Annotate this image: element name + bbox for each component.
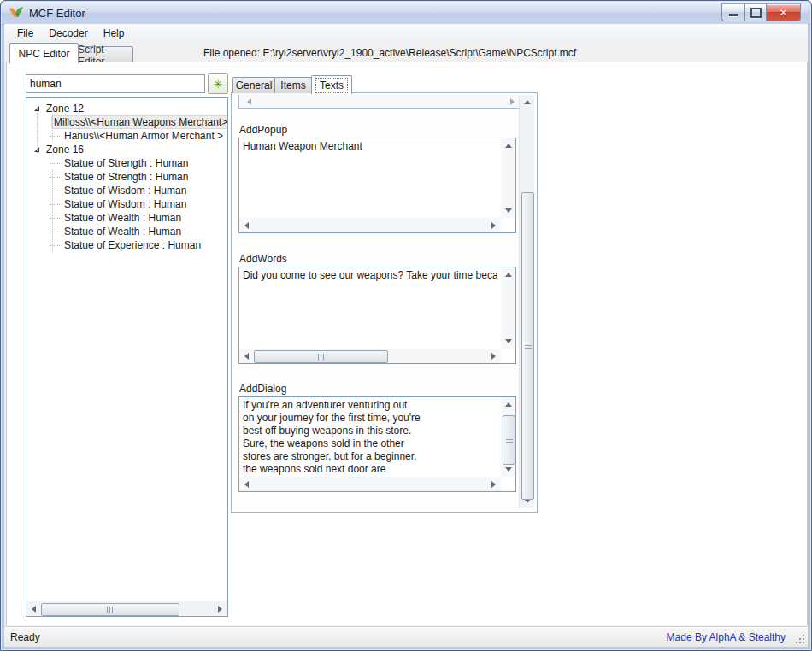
menu-help[interactable]: Help bbox=[96, 26, 132, 41]
adddialog-text[interactable]: If you're an adventurer venturing out on… bbox=[243, 399, 497, 475]
app-window: MCF Editor ✕ File Decoder Help NPC Edito… bbox=[0, 0, 812, 651]
tree-items: Zone 12 Milloss\\<Human Weapons Merchant… bbox=[26, 98, 227, 252]
grip-icon bbox=[525, 343, 532, 349]
find-icon: ✳ bbox=[214, 79, 223, 90]
scrollbar-thumb[interactable] bbox=[41, 603, 179, 616]
tree-connector bbox=[50, 155, 60, 164]
addwords-textbox[interactable]: Did you come to see our weapons? Take yo… bbox=[238, 267, 516, 364]
scrollbar-thumb[interactable] bbox=[254, 350, 388, 363]
npc-editor-page: ✳ Zone 12 Milloss\\<Human Weapons Mercha… bbox=[6, 62, 808, 625]
client-area: File Decoder Help NPC Editor Script Edit… bbox=[4, 24, 808, 647]
tree-item-zone12[interactable]: Zone 12 bbox=[26, 102, 227, 115]
status-text: Ready bbox=[10, 631, 40, 643]
tree-connector bbox=[50, 210, 60, 219]
scroll-left-icon[interactable] bbox=[241, 481, 249, 488]
addpopup-label: AddPopup bbox=[239, 124, 287, 136]
addpopup-vertical-scrollbar[interactable] bbox=[501, 138, 515, 218]
tree-connector bbox=[50, 196, 60, 205]
addwords-vertical-scrollbar[interactable] bbox=[501, 267, 515, 349]
scroll-up-icon[interactable] bbox=[505, 269, 512, 277]
tree-item-statue[interactable]: Statue of Strength : Human bbox=[26, 156, 227, 170]
tab-script-editor[interactable]: Script Editor bbox=[77, 46, 133, 63]
texts-panel: AddPopup Human Weapon Merchant AddWords … bbox=[231, 92, 538, 513]
panel-vertical-scrollbar[interactable] bbox=[519, 95, 534, 508]
npc-tree: Zone 12 Milloss\\<Human Weapons Merchant… bbox=[26, 97, 228, 617]
minimize-icon bbox=[729, 14, 738, 17]
close-button[interactable]: ✕ bbox=[767, 3, 801, 21]
tree-item-statue[interactable]: Statue of Experience : Human bbox=[26, 238, 227, 252]
tree-guide-line bbox=[37, 108, 38, 153]
adddialog-label: AddDialog bbox=[239, 383, 286, 395]
close-icon: ✕ bbox=[779, 8, 787, 18]
credit-link[interactable]: Made By AlphA & Stealthy bbox=[667, 631, 786, 643]
window-title: MCF Editor bbox=[29, 7, 85, 20]
tree-item-statue[interactable]: Statue of Wisdom : Human bbox=[26, 197, 227, 211]
status-bar: Ready Made By AlphA & Stealthy bbox=[4, 626, 808, 647]
tab-items[interactable]: Items bbox=[274, 77, 312, 93]
scrollbar-thumb[interactable] bbox=[521, 192, 534, 500]
scrollbar-thumb[interactable] bbox=[503, 415, 515, 465]
clipped-textbox bbox=[238, 95, 523, 108]
scroll-right-icon[interactable] bbox=[491, 222, 499, 229]
scroll-up-icon[interactable] bbox=[505, 399, 512, 407]
tab-npc-editor[interactable]: NPC Editor bbox=[9, 43, 79, 63]
scroll-up-icon[interactable] bbox=[524, 97, 531, 104]
addpopup-horizontal-scrollbar[interactable] bbox=[239, 218, 501, 232]
tree-item-hanus[interactable]: Hanus\\<Human Armor Merchant > bbox=[26, 129, 227, 143]
tree-item-milloss[interactable]: Milloss\\<Human Weapons Merchant> bbox=[26, 115, 227, 129]
tree-item-zone16[interactable]: Zone 16 bbox=[26, 143, 227, 156]
app-icon bbox=[9, 6, 24, 20]
menu-file[interactable]: File bbox=[9, 26, 41, 41]
addwords-text[interactable]: Did you come to see our weapons? Take yo… bbox=[243, 269, 497, 347]
scroll-left-icon[interactable] bbox=[241, 353, 249, 360]
menu-decoder[interactable]: Decoder bbox=[41, 26, 95, 41]
tree-horizontal-scrollbar[interactable] bbox=[26, 601, 227, 616]
scroll-right-icon[interactable] bbox=[491, 353, 499, 360]
scroll-right-icon[interactable] bbox=[510, 98, 518, 105]
tree-connector bbox=[50, 128, 60, 137]
scroll-down-icon[interactable] bbox=[505, 467, 512, 475]
scroll-left-icon[interactable] bbox=[244, 98, 251, 105]
tree-guide-line bbox=[52, 115, 53, 141]
tree-item-statue[interactable]: Statue of Wisdom : Human bbox=[26, 184, 227, 197]
tree-connector bbox=[50, 169, 60, 178]
adddialog-horizontal-scrollbar[interactable] bbox=[239, 477, 501, 491]
scroll-right-icon[interactable] bbox=[491, 481, 499, 488]
scroll-up-icon[interactable] bbox=[505, 140, 512, 148]
maximize-icon bbox=[750, 8, 762, 18]
adddialog-textbox[interactable]: If you're an adventurer venturing out on… bbox=[238, 396, 516, 492]
tree-item-statue[interactable]: Statue of Wealth : Human bbox=[26, 225, 227, 238]
scroll-down-icon[interactable] bbox=[505, 339, 512, 347]
addwords-horizontal-scrollbar[interactable] bbox=[239, 349, 501, 363]
search-input[interactable] bbox=[26, 74, 205, 93]
resize-grip-icon[interactable] bbox=[795, 634, 805, 644]
addpopup-text[interactable]: Human Weapon Merchant bbox=[243, 140, 497, 216]
tab-texts[interactable]: Texts bbox=[311, 75, 352, 94]
grip-icon bbox=[318, 354, 325, 361]
menu-bar: File Decoder Help bbox=[4, 24, 808, 42]
tree-guide-line bbox=[52, 170, 53, 252]
tree-connector bbox=[50, 183, 60, 191]
scroll-down-icon[interactable] bbox=[505, 208, 512, 216]
tree-item-statue[interactable]: Statue of Wealth : Human bbox=[26, 211, 227, 225]
scroll-right-icon[interactable] bbox=[218, 606, 226, 613]
tree-item-statue[interactable]: Statue of Strength : Human bbox=[26, 170, 227, 184]
grip-icon bbox=[506, 437, 513, 443]
find-button[interactable]: ✳ bbox=[208, 73, 228, 94]
grip-icon bbox=[107, 607, 114, 613]
maximize-button[interactable] bbox=[744, 3, 767, 21]
file-opened-label: File opened: E:\ryl2server\vryl2_1900_ac… bbox=[203, 47, 576, 59]
minimize-button[interactable] bbox=[721, 3, 744, 21]
tree-connector bbox=[50, 238, 60, 246]
addwords-label: AddWords bbox=[239, 253, 287, 265]
title-bar: MCF Editor ✕ bbox=[2, 2, 810, 25]
adddialog-vertical-scrollbar[interactable] bbox=[501, 397, 515, 477]
scroll-down-icon[interactable] bbox=[524, 499, 531, 507]
scroll-left-icon[interactable] bbox=[28, 606, 36, 613]
tab-general[interactable]: General bbox=[232, 77, 275, 93]
addpopup-textbox[interactable]: Human Weapon Merchant bbox=[238, 138, 516, 233]
scroll-left-icon[interactable] bbox=[241, 222, 249, 229]
tree-connector bbox=[50, 224, 60, 232]
